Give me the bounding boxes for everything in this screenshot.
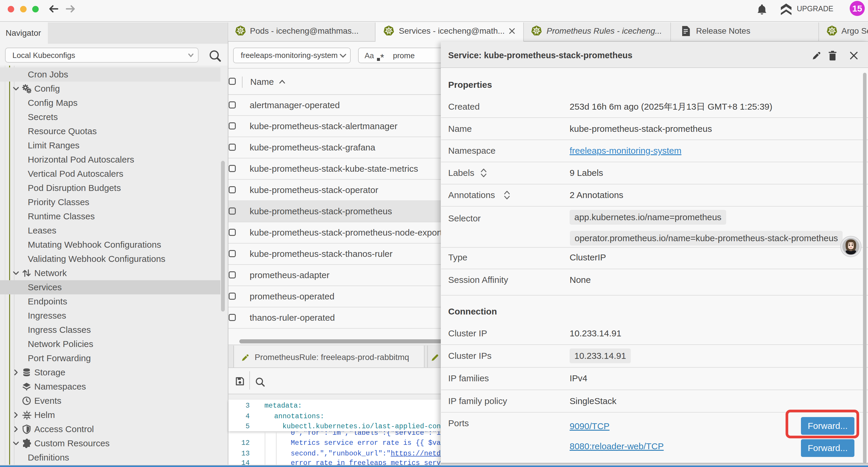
svg-text:*: * — [380, 52, 384, 61]
